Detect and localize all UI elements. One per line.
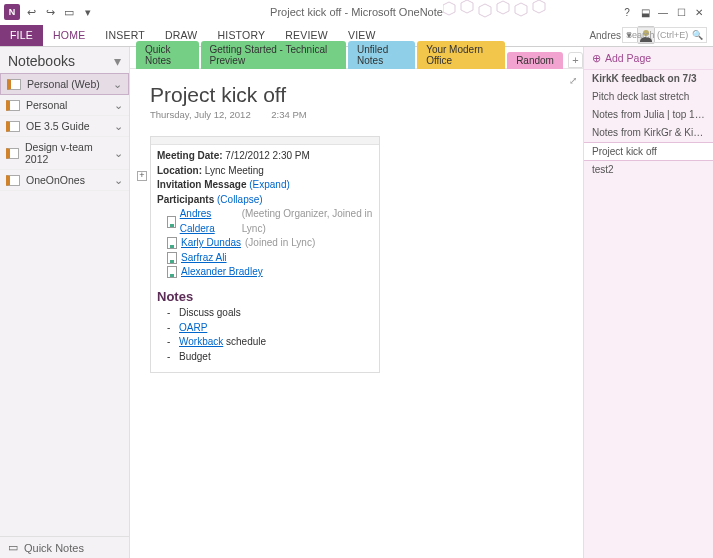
notebook-item[interactable]: Personal (Web)⌄ (0, 73, 129, 95)
bullet-item: Workback schedule (179, 335, 373, 350)
notebook-label: OE 3.5 Guide (26, 120, 90, 132)
chevron-down-icon: ⌄ (113, 78, 122, 90)
location-label: Location: (157, 165, 202, 176)
chevron-down-icon: ⌄ (114, 174, 123, 186)
maximize-button[interactable]: ☐ (673, 5, 689, 19)
notebook-item[interactable]: OneOnOnes⌄ (0, 170, 129, 191)
page-item[interactable]: Pitch deck last stretch (584, 88, 713, 106)
chevron-down-icon: ⌄ (114, 99, 123, 111)
plus-icon: ⊕ (592, 52, 601, 64)
participant-row: Andres Caldera (Meeting Organizer, Joine… (157, 207, 373, 236)
workspace: Notebooks ▾ Personal (Web)⌄ Personal⌄ OE… (0, 47, 713, 558)
container-handle[interactable] (151, 137, 379, 145)
quick-access-toolbar: N ↩ ↪ ▭ ▾ (0, 4, 96, 20)
bullet-link[interactable]: OARP (179, 322, 207, 333)
chevron-down-icon: ⌄ (114, 147, 123, 159)
section-tabs: Quick Notes Getting Started - Technical … (130, 47, 583, 69)
svg-marker-1 (461, 0, 473, 13)
bullet-link[interactable]: Workback (179, 336, 223, 347)
page-time: 2:34 PM (271, 109, 306, 120)
fullscreen-button[interactable]: ⤢ (569, 75, 577, 86)
close-button[interactable]: ✕ (691, 5, 707, 19)
notebooks-header-label: Notebooks (8, 53, 75, 69)
section-tab[interactable]: Quick Notes (136, 41, 199, 69)
add-page-button[interactable]: ⊕ Add Page (584, 47, 713, 70)
page-list: KirkK feedback on 7/3 Pitch deck last st… (584, 70, 713, 179)
page-item[interactable]: KirkK feedback on 7/3 (584, 70, 713, 88)
invitation-label: Invitation Message (157, 179, 246, 190)
page-canvas[interactable]: ⤢ Project kick off Thursday, July 12, 20… (130, 69, 583, 558)
svg-marker-5 (533, 0, 545, 13)
notebook-item[interactable]: Design v-team 2012⌄ (0, 137, 129, 170)
notebook-icon (6, 148, 19, 159)
page-item[interactable]: test2 (584, 161, 713, 179)
participant-link[interactable]: Sarfraz Ali (181, 251, 227, 266)
search-box[interactable]: Search (Ctrl+E) 🔍 (622, 27, 707, 43)
add-page-label: Add Page (605, 52, 651, 64)
notes-heading: Notes (157, 288, 373, 307)
center-area: Quick Notes Getting Started - Technical … (130, 47, 583, 558)
expand-toggle[interactable]: + (137, 171, 147, 181)
contact-card-icon[interactable] (167, 216, 176, 228)
notebook-icon (6, 121, 20, 132)
minimize-button[interactable]: — (655, 5, 671, 19)
contact-card-icon[interactable] (167, 252, 177, 264)
invitation-expand-link[interactable]: (Expand) (249, 179, 290, 190)
participant-row: Alexander Bradley (157, 265, 373, 280)
page-item[interactable]: Notes from Julia | top 10 things | Exch (584, 106, 713, 124)
notebook-label: Personal (Web) (27, 78, 100, 90)
participant-meta: (Meeting Organizer, Joined in Lync) (242, 207, 373, 236)
contact-card-icon[interactable] (167, 237, 177, 249)
svg-marker-0 (443, 2, 455, 15)
bullet-item: Discuss goals (179, 306, 373, 321)
participants-label: Participants (157, 194, 214, 205)
help-button[interactable]: ? (619, 5, 635, 19)
app-icon: N (4, 4, 20, 20)
participant-link[interactable]: Andres Caldera (180, 207, 238, 236)
undo-button[interactable]: ↩ (23, 4, 39, 20)
notebook-item[interactable]: Personal⌄ (0, 95, 129, 116)
notebooks-panel: Notebooks ▾ Personal (Web)⌄ Personal⌄ OE… (0, 47, 130, 558)
page-item-selected[interactable]: Project kick off (584, 142, 713, 161)
page-date: Thursday, July 12, 2012 (150, 109, 251, 120)
svg-marker-2 (479, 4, 491, 17)
touch-mode-button[interactable]: ▭ (61, 4, 77, 20)
location-value: Lync Meeting (205, 165, 264, 176)
quick-notes-button[interactable]: ▭ Quick Notes (0, 536, 129, 558)
note-container[interactable]: + Meeting Date: 7/12/2012 2:30 PM Locati… (150, 136, 380, 373)
search-placeholder: Search (Ctrl+E) (626, 30, 688, 40)
participant-link[interactable]: Karly Dundas (181, 236, 241, 251)
section-tab[interactable]: Unfiled Notes (348, 41, 415, 69)
redo-button[interactable]: ↪ (42, 4, 58, 20)
participant-row: Sarfraz Ali (157, 251, 373, 266)
section-tab[interactable]: Getting Started - Technical Preview (201, 41, 347, 69)
bullet-item: Budget (179, 350, 373, 365)
contact-card-icon[interactable] (167, 266, 177, 278)
ribbon-tab-file[interactable]: FILE (0, 25, 43, 46)
ribbon-collapse-button[interactable]: ⬓ (637, 5, 653, 19)
participant-meta: (Joined in Lync) (245, 236, 315, 251)
svg-marker-4 (515, 3, 527, 16)
add-section-button[interactable]: + (568, 52, 583, 68)
notebooks-pin-icon[interactable]: ▾ (114, 53, 121, 69)
page-title[interactable]: Project kick off (150, 83, 563, 107)
notebook-item[interactable]: OE 3.5 Guide⌄ (0, 116, 129, 137)
participant-link[interactable]: Alexander Bradley (181, 265, 263, 280)
section-tab-active[interactable]: Random (507, 52, 563, 69)
ribbon-tab-home[interactable]: HOME (43, 25, 95, 46)
participants-collapse-link[interactable]: (Collapse) (217, 194, 263, 205)
page-item[interactable]: Notes from KirkGr & KirkK (584, 124, 713, 142)
notebook-icon (6, 100, 20, 111)
notes-list: Discuss goals OARP Workback schedule Bud… (157, 306, 373, 364)
chevron-down-icon: ⌄ (114, 120, 123, 132)
section-tab[interactable]: Your Modern Office (417, 41, 505, 69)
quick-notes-icon: ▭ (8, 541, 18, 554)
window-title: Project kick off - Microsoft OneNote (0, 6, 713, 18)
pages-panel: ⊕ Add Page KirkK feedback on 7/3 Pitch d… (583, 47, 713, 558)
title-bar: N ↩ ↪ ▭ ▾ Project kick off - Microsoft O… (0, 0, 713, 25)
notebooks-header[interactable]: Notebooks ▾ (0, 47, 129, 73)
qat-more-button[interactable]: ▾ (80, 4, 96, 20)
meeting-date-value: 7/12/2012 2:30 PM (225, 150, 310, 161)
quick-notes-label: Quick Notes (24, 542, 84, 554)
notebook-label: OneOnOnes (26, 174, 85, 186)
